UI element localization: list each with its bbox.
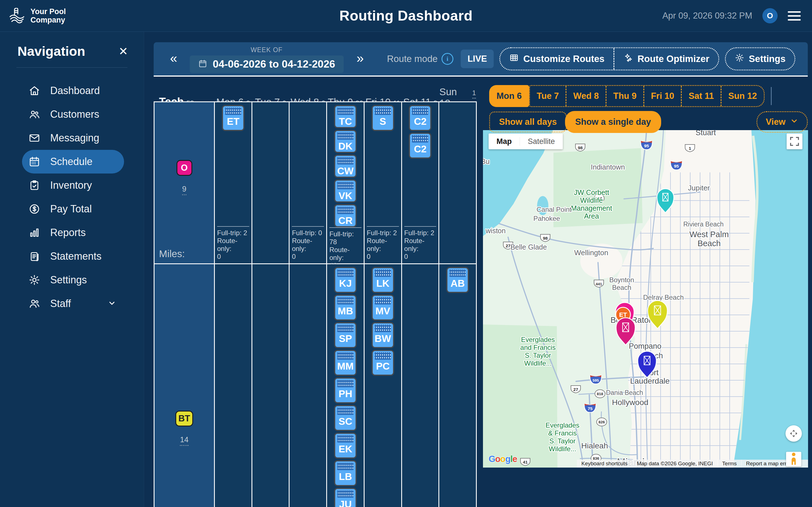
route-icon bbox=[375, 325, 391, 332]
map-view-button[interactable]: Map bbox=[489, 137, 520, 146]
schedule-cell bbox=[439, 102, 476, 263]
day-tab-sat[interactable]: Sat 11 bbox=[681, 86, 721, 106]
day-tab-fri[interactable]: Fri 10 bbox=[644, 86, 681, 106]
previous-week-button[interactable]: « bbox=[170, 50, 177, 66]
sidebar-item-staff[interactable]: Staff bbox=[22, 292, 124, 316]
hamburger-menu-icon[interactable] bbox=[788, 11, 801, 20]
route-chip-bw[interactable]: BW bbox=[371, 322, 394, 348]
sidebar-item-schedule[interactable]: Schedule bbox=[22, 150, 124, 173]
close-icon[interactable]: ✕ bbox=[118, 46, 128, 57]
sidebar-item-label: Settings bbox=[50, 274, 87, 286]
tech-badge[interactable]: O bbox=[176, 160, 192, 176]
svg-text:95: 95 bbox=[674, 164, 679, 168]
miles-summary: Full-trip: 0Route-only:0 bbox=[292, 226, 324, 261]
route-icon bbox=[375, 297, 391, 304]
route-chip-s[interactable]: S bbox=[371, 105, 394, 131]
route-chip-cr[interactable]: CR bbox=[334, 204, 357, 227]
sidebar-item-inventory[interactable]: Inventory bbox=[22, 173, 124, 197]
map-label: Management bbox=[571, 204, 612, 212]
route-icon bbox=[337, 435, 354, 443]
route-chip-ab[interactable]: AB bbox=[446, 267, 469, 293]
route-chip-sp[interactable]: SP bbox=[334, 322, 357, 348]
route-chip-cw[interactable]: CW bbox=[334, 155, 357, 178]
keyboard-shortcuts-link[interactable]: Keyboard shortcuts bbox=[577, 460, 632, 467]
road-shield-98: 98 bbox=[575, 144, 585, 151]
sidebar-item-settings[interactable]: Settings bbox=[22, 268, 124, 292]
sidebar-item-label: Messaging bbox=[50, 132, 99, 144]
company-logo: Your Pool Company bbox=[8, 7, 66, 25]
show-single-day-button[interactable]: Show a single day bbox=[565, 111, 661, 133]
avatar[interactable]: O bbox=[762, 8, 777, 23]
sidebar-item-dashboard[interactable]: Dashboard bbox=[22, 79, 124, 103]
route-chip-ph[interactable]: PH bbox=[334, 378, 357, 403]
day-tab-thu[interactable]: Thu 9 bbox=[606, 86, 644, 106]
tabs-divider bbox=[771, 87, 772, 105]
day-tab-wed[interactable]: Wed 8 bbox=[566, 86, 606, 106]
route-settings-button[interactable]: Settings bbox=[726, 48, 795, 69]
tech-cell-bt: BT14 bbox=[154, 264, 214, 507]
route-chip-dk[interactable]: DK bbox=[334, 130, 357, 153]
route-optimizer-button[interactable]: Route Optimizer bbox=[613, 48, 718, 69]
schedule-cell bbox=[402, 264, 439, 507]
road-shield-595: 595 bbox=[590, 375, 601, 384]
terms-link[interactable]: Terms bbox=[718, 460, 741, 467]
sidebar-item-customers[interactable]: Customers bbox=[22, 103, 124, 126]
map-label: Everglades bbox=[546, 421, 579, 429]
pegman-icon[interactable] bbox=[786, 452, 801, 466]
route-chip-sc[interactable]: SC bbox=[334, 405, 357, 431]
route-chip-c2[interactable]: C2 bbox=[409, 133, 432, 159]
route-chip-vk[interactable]: VK bbox=[334, 179, 357, 203]
week-date-picker[interactable]: 04-06-2026 to 04-12-2026 bbox=[190, 55, 344, 73]
sidebar-item-pay-total[interactable]: Pay Total bbox=[22, 197, 124, 221]
route-chip-ju[interactable]: JU bbox=[334, 488, 357, 507]
map-label: Dania Beach bbox=[606, 389, 643, 396]
route-chip-et[interactable]: ET bbox=[222, 105, 245, 131]
tech-cell-o: O9Miles: bbox=[154, 102, 214, 263]
route-icon bbox=[375, 108, 391, 115]
sidebar-item-messaging[interactable]: Messaging bbox=[22, 126, 124, 150]
map-label: Wildlife... bbox=[524, 359, 552, 367]
route-chip-ek[interactable]: EK bbox=[334, 433, 357, 459]
route-icon bbox=[225, 108, 241, 115]
route-chip-lb[interactable]: LB bbox=[334, 460, 357, 486]
info-icon[interactable]: i bbox=[442, 53, 453, 65]
route-chip-tc[interactable]: TC bbox=[334, 105, 357, 128]
sidebar-item-statements[interactable]: Statements bbox=[22, 244, 124, 268]
route-chip-mb[interactable]: MB bbox=[334, 295, 357, 321]
show-all-days-button[interactable]: Show all days bbox=[489, 112, 567, 132]
route-chip-lk[interactable]: LK bbox=[371, 267, 394, 293]
route-icon bbox=[375, 352, 391, 360]
satellite-view-button[interactable]: Satellite bbox=[520, 137, 563, 146]
customize-routes-button[interactable]: Customize Routes bbox=[500, 48, 613, 69]
users-icon bbox=[28, 108, 41, 121]
sidebar-item-reports[interactable]: Reports bbox=[22, 221, 124, 244]
chart-icon bbox=[28, 226, 41, 239]
route-chip-c2[interactable]: C2 bbox=[409, 105, 432, 131]
svg-text:826: 826 bbox=[599, 420, 605, 424]
sidebar-item-label: Pay Total bbox=[50, 203, 92, 215]
day-tab-mon[interactable]: Mon 6 bbox=[489, 85, 529, 107]
day-tab-sun[interactable]: Sun 12 bbox=[721, 86, 764, 106]
route-chip-mm[interactable]: MM bbox=[334, 350, 357, 376]
route-icon bbox=[337, 352, 354, 360]
view-dropdown[interactable]: View bbox=[756, 111, 808, 133]
fullscreen-button[interactable] bbox=[786, 133, 802, 149]
route-chip-mv[interactable]: MV bbox=[371, 295, 394, 321]
sidebar-item-label: Statements bbox=[50, 250, 101, 262]
routes-actions-pill: Customize Routes Route Optimizer bbox=[499, 47, 719, 70]
next-week-button[interactable]: » bbox=[357, 50, 364, 66]
calendar-icon bbox=[198, 59, 207, 69]
svg-text:98: 98 bbox=[543, 236, 548, 240]
route-mode-label: Route mode bbox=[387, 54, 438, 64]
schedule-cell: C2C2Full-trip: 2Route-only:0 bbox=[402, 102, 439, 263]
map-panel[interactable]: 98951957069827441595278187582683641Stuar… bbox=[483, 130, 808, 467]
miles-summary: Full-trip: 2Route-only:0 bbox=[367, 226, 399, 261]
route-chip-kj[interactable]: KJ bbox=[334, 267, 357, 293]
tech-badge[interactable]: BT bbox=[175, 411, 193, 427]
svg-text:818: 818 bbox=[597, 392, 603, 396]
schedule-grid: O9Miles:ETFull-trip: 2Route-only:0Full-t… bbox=[154, 101, 477, 507]
route-icon bbox=[375, 270, 391, 277]
pan-control[interactable] bbox=[785, 425, 802, 442]
route-chip-pc[interactable]: PC bbox=[371, 350, 394, 376]
day-tab-tue[interactable]: Tue 7 bbox=[530, 86, 566, 106]
